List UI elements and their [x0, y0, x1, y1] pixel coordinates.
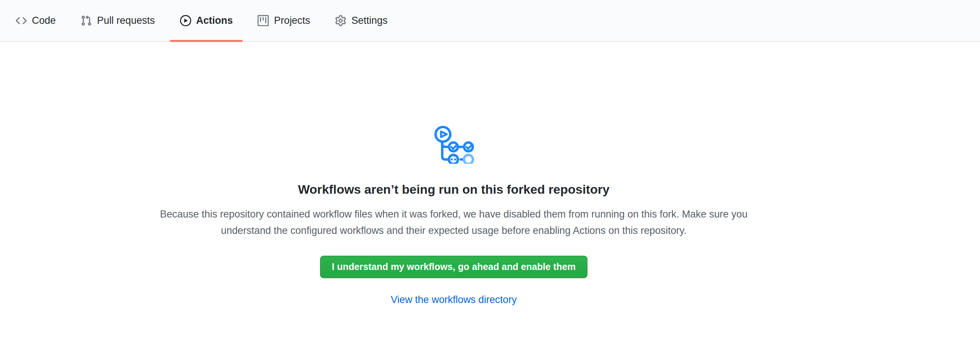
actions-disabled-empty-state: Workflows aren’t being run on this forke…	[138, 125, 770, 306]
tab-actions-label: Actions	[196, 15, 233, 26]
code-icon	[16, 15, 27, 26]
tab-projects-label: Projects	[274, 15, 310, 26]
empty-state-description: Because this repository contained workfl…	[154, 206, 753, 238]
view-workflows-directory-link[interactable]: View the workflows directory	[391, 294, 517, 306]
empty-state-title: Workflows aren’t being run on this forke…	[138, 181, 770, 198]
page: Code Pull requests Actions Projects Sett	[0, 0, 980, 351]
tab-pull-requests-label: Pull requests	[97, 15, 155, 26]
workflow-graph-icon	[433, 125, 474, 164]
tab-settings[interactable]: Settings	[325, 0, 398, 41]
repo-tab-nav: Code Pull requests Actions Projects Sett	[0, 0, 980, 42]
tab-code-label: Code	[32, 15, 56, 26]
tab-code[interactable]: Code	[6, 0, 66, 41]
tab-settings-label: Settings	[351, 15, 387, 26]
enable-workflows-button[interactable]: I understand my workflows, go ahead and …	[320, 256, 588, 278]
play-icon	[180, 15, 191, 26]
tab-pull-requests[interactable]: Pull requests	[71, 0, 165, 41]
git-pull-request-icon	[81, 15, 92, 26]
tab-projects[interactable]: Projects	[248, 0, 320, 41]
gear-icon	[335, 15, 346, 26]
project-icon	[258, 15, 269, 26]
tab-actions[interactable]: Actions	[170, 0, 243, 41]
